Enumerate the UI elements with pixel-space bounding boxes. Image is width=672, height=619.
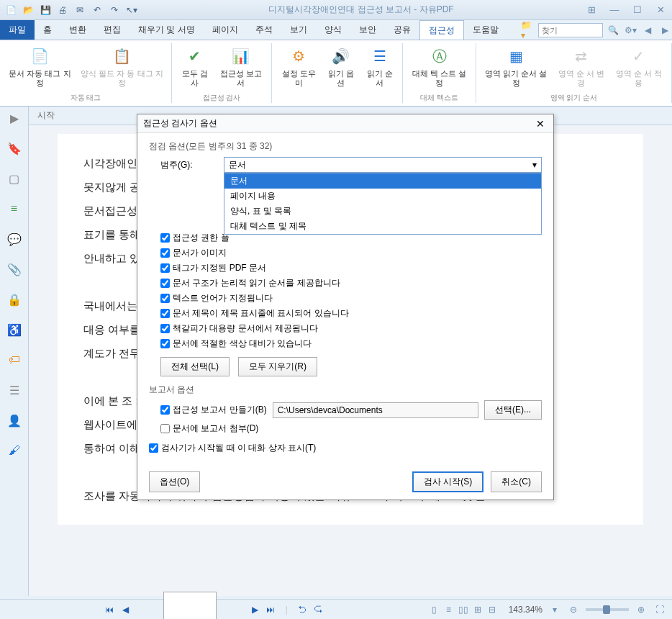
make-report-checkbox[interactable]: 접근성 보고서 만들기(B): [160, 404, 267, 416]
tab-view[interactable]: 보기: [281, 20, 316, 40]
area-order-apply-button[interactable]: ✓영역 순 서 적용: [611, 43, 667, 91]
attach-report-checkbox[interactable]: 문서에 보고서 첨부(D): [160, 423, 258, 435]
check-item[interactable]: 문서 제목이 제목 표시줄에 표시되어 있습니다: [160, 307, 542, 320]
category-combo[interactable]: 문서 ▾ 문서 페이지 내용 양식, 표 및 목록 대체 텍스트 및 제목: [224, 157, 542, 173]
view-facing-cont-icon[interactable]: ⊞: [471, 603, 484, 616]
save-icon[interactable]: 💾: [37, 2, 53, 18]
open-icon[interactable]: 📂: [20, 2, 36, 18]
setup-assistant-button[interactable]: ⚙설정 도우미: [276, 43, 321, 101]
last-page-icon[interactable]: ⏭: [264, 603, 277, 616]
chevron-down-icon: ▾: [532, 160, 537, 170]
view-single-icon[interactable]: ▯: [428, 603, 441, 616]
view-facing-icon[interactable]: ▯▯: [457, 603, 470, 616]
zoom-in-icon[interactable]: ⊕: [635, 603, 648, 616]
check-item[interactable]: 책갈피가 대용량 문서에서 제공됩니다: [160, 322, 542, 335]
read-options-button[interactable]: 🔊읽기 옵션: [322, 43, 360, 101]
area-change-icon: ⇄: [570, 45, 593, 68]
auto-tag-doc-button[interactable]: 📄문서 자동 태그 지정: [4, 43, 76, 91]
folder-icon[interactable]: 📁▾: [521, 23, 535, 37]
cursor-icon[interactable]: ↖▾: [124, 2, 140, 18]
tab-convert[interactable]: 변환: [60, 20, 95, 40]
tab-edit[interactable]: 편집: [95, 20, 130, 40]
cancel-button[interactable]: 취소(C): [491, 471, 542, 492]
clear-all-button[interactable]: 모두 지우기(R): [238, 357, 317, 376]
dialog-close-icon[interactable]: ✕: [533, 117, 548, 131]
fullscreen-icon[interactable]: ⛶: [653, 603, 666, 616]
page-input[interactable]: [163, 592, 217, 620]
app-grid-icon[interactable]: ⊞: [583, 3, 600, 17]
check-item[interactable]: 문서에 적절한 색상 대비가 있습니다: [160, 338, 542, 350]
area-apply-icon: ✓: [627, 45, 650, 68]
next-page-icon[interactable]: ▶: [248, 603, 261, 616]
attachments-icon[interactable]: 📎: [6, 261, 23, 278]
lock-icon[interactable]: 🔒: [6, 291, 23, 308]
check-item[interactable]: 태그가 지정된 PDF 문서: [160, 262, 542, 274]
new-icon[interactable]: 📄: [3, 2, 19, 18]
comments-icon[interactable]: 💬: [6, 230, 23, 248]
accessibility-report-button[interactable]: 📊접근성 보고서: [215, 43, 267, 91]
tab-security[interactable]: 보안: [350, 20, 385, 40]
accessibility-icon[interactable]: ♿: [6, 321, 23, 338]
select-all-button[interactable]: 전체 선택(L): [160, 357, 230, 376]
forward-icon[interactable]: ⮎: [312, 603, 324, 616]
bookmark-icon[interactable]: 🔖: [6, 140, 23, 157]
layers-icon[interactable]: ≡: [6, 200, 23, 217]
page-nav: ⏮ ◀ ▶ ⏭ | ⮌ ⮎: [103, 583, 324, 620]
first-page-icon[interactable]: ⏮: [103, 603, 116, 616]
content-icon[interactable]: ☰: [6, 381, 23, 399]
expand-icon[interactable]: ▶: [6, 109, 23, 127]
mail-icon[interactable]: ✉: [72, 2, 88, 18]
view-grid-icon[interactable]: ⊟: [486, 603, 499, 616]
tab-page[interactable]: 페이지: [204, 20, 247, 40]
nav-sep: |: [280, 603, 293, 616]
report-path-input[interactable]: [273, 402, 478, 418]
minimize-icon[interactable]: —: [606, 3, 623, 17]
undo-icon[interactable]: ↶: [89, 2, 105, 18]
tab-fill-sign[interactable]: 채우기 및 서명: [130, 20, 204, 40]
print-icon[interactable]: 🖨: [55, 2, 71, 18]
search-icon[interactable]: 🔍: [606, 23, 620, 37]
redo-icon[interactable]: ↷: [106, 2, 122, 18]
check-item[interactable]: 텍스트 언어가 지정됩니다: [160, 292, 542, 304]
combo-option-alt-text[interactable]: 대체 텍스트 및 제목: [224, 219, 541, 234]
show-dialog-checkbox[interactable]: 검사기가 시작될 때 이 대화 상자 표시(T): [149, 442, 316, 454]
choose-path-button[interactable]: 선택(E)...: [484, 400, 542, 420]
area-order-change-button[interactable]: ⇄영역 순 서 변경: [553, 43, 609, 91]
nav-next-icon[interactable]: ▶: [658, 23, 672, 37]
nav-prev-icon[interactable]: ◀: [640, 23, 655, 37]
combo-option-page-content[interactable]: 페이지 내용: [224, 189, 541, 204]
read-order-button[interactable]: ☰읽기 순서: [361, 43, 399, 101]
gear-icon[interactable]: ⚙▾: [623, 23, 637, 37]
zoom-dropdown-icon[interactable]: ▾: [548, 603, 561, 616]
start-check-button[interactable]: 검사 시작(S): [412, 471, 483, 492]
category-dropdown-list: 문서 페이지 내용 양식, 표 및 목록 대체 텍스트 및 제목: [224, 173, 542, 235]
check-all-button[interactable]: ✔모두 검사: [176, 43, 214, 91]
options-button[interactable]: 옵션(O): [149, 471, 200, 492]
zoom-out-icon[interactable]: ⊖: [567, 603, 580, 616]
tags-icon[interactable]: 🏷: [6, 351, 23, 369]
tab-share[interactable]: 공유: [385, 20, 419, 40]
back-icon[interactable]: ⮌: [296, 603, 309, 616]
tab-help[interactable]: 도움말: [464, 20, 507, 40]
person-icon[interactable]: 👤: [6, 412, 23, 429]
close-icon[interactable]: ✕: [652, 3, 669, 17]
tab-comment[interactable]: 주석: [247, 20, 281, 40]
maximize-icon[interactable]: ☐: [629, 3, 646, 17]
tab-home[interactable]: 홈: [35, 20, 60, 40]
tab-accessibility[interactable]: 접근성: [419, 20, 464, 40]
prev-page-icon[interactable]: ◀: [119, 603, 132, 616]
tab-form[interactable]: 양식: [316, 20, 350, 40]
search-input[interactable]: [538, 23, 603, 37]
combo-option-forms-tables[interactable]: 양식, 표 및 목록: [224, 204, 541, 219]
alt-text-button[interactable]: Ⓐ대체 텍 스트 설정: [407, 43, 471, 91]
combo-option-document[interactable]: 문서: [224, 173, 541, 189]
pages-icon[interactable]: ▢: [6, 170, 23, 187]
view-continuous-icon[interactable]: ≡: [442, 603, 455, 616]
check-item[interactable]: 문서가 이미지: [160, 247, 542, 259]
area-read-order-button[interactable]: ▦영역 읽기 순서 설정: [481, 43, 552, 91]
zoom-slider[interactable]: [586, 608, 629, 611]
brush-icon[interactable]: 🖌: [6, 442, 23, 459]
file-tab[interactable]: 파일: [0, 20, 35, 40]
check-item[interactable]: 문서 구조가 논리적 읽기 순서를 제공합니다: [160, 277, 542, 289]
auto-tag-form-button[interactable]: 📋양식 필드 자 동 태그 지정: [77, 43, 167, 91]
